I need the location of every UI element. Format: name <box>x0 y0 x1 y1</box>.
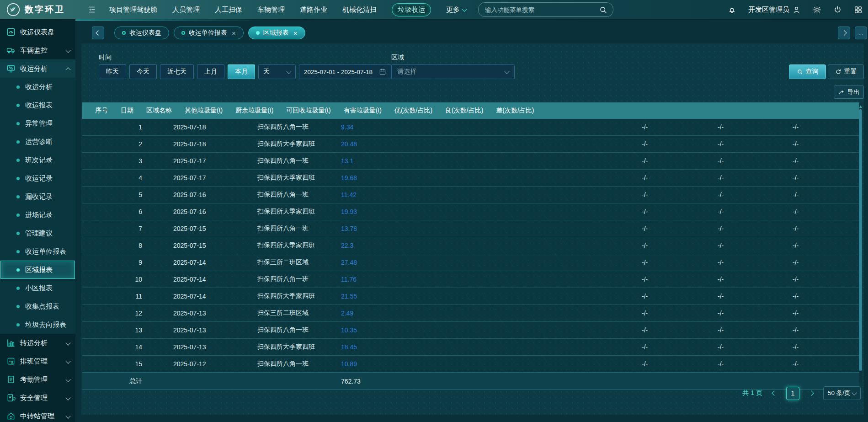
user-menu[interactable]: 开发区管理员 <box>748 5 801 14</box>
sidebar-subitem[interactable]: 进场记录 <box>0 206 75 224</box>
tabs-scroll-left-button[interactable] <box>92 27 104 39</box>
sidebar-subitem[interactable]: 收运分析 <box>0 78 75 96</box>
tab[interactable]: 区域报表 × <box>248 27 305 39</box>
next-page-button[interactable] <box>809 391 813 395</box>
tab[interactable]: 收运仪表盘 × <box>114 27 169 39</box>
tabs-more-button[interactable]: ... <box>855 27 867 39</box>
scrollbar-up-arrow-icon[interactable] <box>859 104 862 108</box>
reset-button[interactable]: 重置 <box>828 64 864 79</box>
quick-range-button[interactable]: 昨天 <box>99 64 126 79</box>
tabs-scroll-right-button[interactable] <box>838 27 850 39</box>
sidebar-subitem[interactable]: 班次记录 <box>0 151 75 169</box>
cell-other-waste-link[interactable]: 9.34 <box>328 123 415 131</box>
page-number-button[interactable]: 1 <box>786 387 799 400</box>
apps-grid-icon[interactable] <box>854 5 863 14</box>
sidebar-subitem[interactable]: 收运单位报表 <box>0 242 75 261</box>
cell-other-waste-link[interactable]: 20.48 <box>328 140 415 148</box>
cell-excellent-ratio: -/- <box>629 343 705 351</box>
tab-dot-icon <box>256 31 260 35</box>
cell-other-waste-link[interactable]: 10.89 <box>328 360 415 368</box>
prev-page-button[interactable] <box>772 391 776 395</box>
search-input[interactable] <box>484 6 595 14</box>
quick-range-button[interactable]: 今天 <box>129 64 157 79</box>
scrollbar-thumb[interactable] <box>859 109 862 371</box>
sidebar-item-transfer-station[interactable]: 中转站管理 <box>0 407 75 422</box>
menu-collapse-icon[interactable] <box>88 5 97 14</box>
topbar-nav-item[interactable]: 更多 <box>446 5 466 14</box>
date-range-input[interactable]: 2025-07-01 - 2025-07-18 <box>299 64 391 79</box>
topbar-nav-item[interactable]: 道路作业 <box>300 5 327 14</box>
export-button[interactable]: 导出 <box>834 85 864 99</box>
table-column-header: 序号 <box>82 107 108 115</box>
chevron-down-icon <box>65 340 70 345</box>
table-scrollbar[interactable] <box>859 103 862 382</box>
sidebar-subitem-label: 小区报表 <box>25 284 53 293</box>
granularity-select[interactable]: 天 <box>258 64 296 79</box>
cell-poor-ratio: -/- <box>780 208 859 215</box>
reset-button-label: 重置 <box>844 68 857 76</box>
sidebar-subitem[interactable]: 区域报表 <box>0 261 75 279</box>
cell-good-ratio: -/- <box>705 191 780 198</box>
sidebar-subitem[interactable]: 收运记录 <box>0 169 75 187</box>
topbar-nav-item[interactable]: 项目管理驾驶舱 <box>109 5 157 14</box>
sidebar-subitem[interactable]: 漏收记录 <box>0 187 75 206</box>
sidebar-item-safety-management[interactable]: 安全管理 <box>0 389 75 407</box>
nav-item-label: 人员管理 <box>172 5 200 14</box>
cell-other-waste-link[interactable]: 27.48 <box>328 259 415 266</box>
sidebar-subitem[interactable]: 小区报表 <box>0 279 75 297</box>
sidebar-subitem[interactable]: 垃圾去向报表 <box>0 315 75 334</box>
cell-other-waste-link[interactable]: 22.3 <box>328 242 415 249</box>
sidebar-item-dashboard[interactable]: 收运仪表盘 <box>0 23 75 41</box>
notifications-bell-icon[interactable] <box>728 5 736 14</box>
cell-seq: 10 <box>82 276 160 283</box>
settings-gear-icon[interactable] <box>813 5 821 14</box>
table-column-header: 厨余垃圾量(t) <box>223 107 273 115</box>
quick-range-button[interactable]: 本月 <box>228 64 255 79</box>
sidebar-item-vehicle-monitor[interactable]: 车辆监控 <box>0 41 75 59</box>
sidebar-subitem[interactable]: 管理建议 <box>0 224 75 242</box>
sidebar-item-shift-management[interactable]: 排班管理 <box>0 352 75 370</box>
sidebar-subitem[interactable]: 收集点报表 <box>0 297 75 315</box>
topbar-nav-item[interactable]: 车辆管理 <box>257 5 285 14</box>
tab[interactable]: 收运单位报表 × <box>174 27 244 39</box>
cell-other-waste-link[interactable]: 19.93 <box>328 208 415 215</box>
region-select[interactable]: 请选择 <box>391 64 515 79</box>
sidebar-subitem[interactable]: 收运报表 <box>0 96 75 114</box>
quick-range-button[interactable]: 近七天 <box>160 64 194 79</box>
cell-other-waste-link[interactable]: 13.1 <box>328 157 415 165</box>
cell-other-waste-link[interactable]: 18.45 <box>328 343 415 351</box>
cell-region: 扫保三所二班区域 <box>245 258 328 267</box>
cell-date: 2025-07-14 <box>160 293 245 300</box>
sidebar-item-transfer-analysis[interactable]: 转运分析 <box>0 334 75 352</box>
cell-other-waste-link[interactable]: 11.42 <box>328 191 415 198</box>
bullet-dot-icon <box>16 159 20 162</box>
sidebar-subitem[interactable]: 运营诊断 <box>0 133 75 151</box>
cell-excellent-ratio: -/- <box>629 326 705 334</box>
cell-region: 扫保四所八角一班 <box>245 275 328 283</box>
quick-range-button[interactable]: 上月 <box>197 64 224 79</box>
topbar-nav-item[interactable]: 机械化清扫 <box>342 5 377 14</box>
sidebar-item-attendance-management[interactable]: 考勤管理 <box>0 370 75 389</box>
tab-label: 区域报表 <box>263 29 289 37</box>
topbar-nav-item[interactable]: 人员管理 <box>172 5 200 14</box>
cell-other-waste-link[interactable]: 10.35 <box>328 326 415 334</box>
page-size-select[interactable]: 50 条/页 <box>823 386 861 400</box>
close-icon[interactable]: × <box>232 30 236 37</box>
cell-other-waste-link[interactable]: 19.68 <box>328 174 415 182</box>
cell-other-waste-link[interactable]: 21.55 <box>328 293 415 300</box>
cell-other-waste-link[interactable]: 13.78 <box>328 225 415 232</box>
sidebar-subitem[interactable]: 异常管理 <box>0 114 75 133</box>
close-icon[interactable]: × <box>293 30 298 37</box>
cell-other-waste-link[interactable]: 11.76 <box>328 276 415 283</box>
query-button[interactable]: 查询 <box>789 64 826 79</box>
menu-search-box[interactable] <box>478 2 613 17</box>
cell-other-waste-link[interactable]: 2.49 <box>328 310 415 317</box>
search-icon[interactable] <box>599 5 607 14</box>
chevron-down-icon <box>65 395 70 400</box>
sidebar-item-collection-analysis[interactable]: 收运分析 <box>0 59 75 78</box>
power-icon[interactable] <box>833 5 842 14</box>
cell-poor-ratio: -/- <box>780 123 859 131</box>
topbar-nav-item[interactable]: 垃圾收运 <box>392 3 431 16</box>
topbar-nav-item[interactable]: 人工扫保 <box>215 5 242 14</box>
sidebar-subitem-label: 进场记录 <box>25 211 53 219</box>
